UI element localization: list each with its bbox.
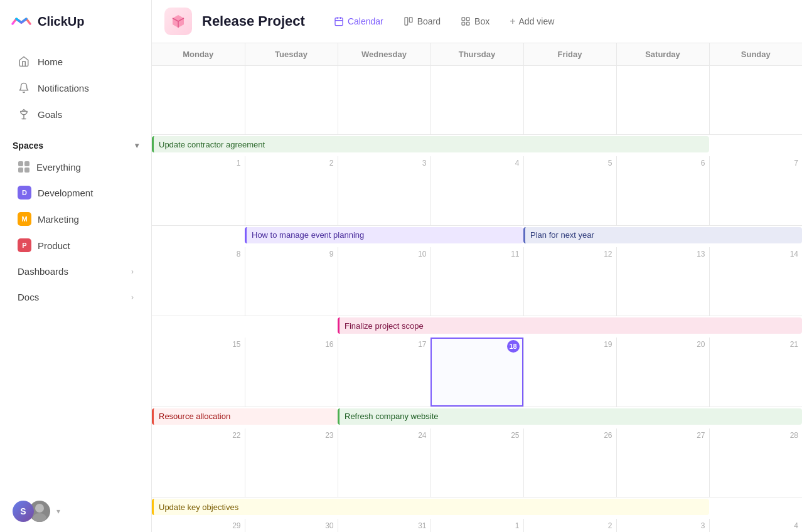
day-number-w2-d6: 14 <box>710 247 803 260</box>
sidebar-item-dashboards[interactable]: Dashboards › <box>5 260 146 283</box>
home-icon <box>18 55 30 68</box>
day-cell-w2-d1[interactable]: 9 <box>245 247 338 316</box>
day-header-friday: Friday <box>523 43 616 66</box>
spaces-chevron-icon[interactable]: ▾ <box>135 141 139 150</box>
day-cell-w0-d5[interactable] <box>616 66 709 135</box>
day-cell-w0-d6[interactable] <box>709 66 802 135</box>
day-cell-w4-d1[interactable]: 23 <box>245 428 338 497</box>
day-cell-w5-d3[interactable]: 1 <box>430 519 523 532</box>
day-number-w1-d1: 2 <box>245 156 338 169</box>
day-cell-w1-d5[interactable]: 6 <box>616 156 709 225</box>
event-bar-event-planning[interactable]: How to manage event planning <box>245 227 523 243</box>
day-cell-w3-d6[interactable]: 21 <box>709 338 802 407</box>
event-bar-resource-allocation[interactable]: Resource allocation <box>152 408 338 425</box>
event-bar-update-contractor[interactable]: Update contractor agreement <box>152 136 709 152</box>
day-cell-w3-d4[interactable]: 19 <box>523 338 616 407</box>
week-row-3: 15161718192021 <box>152 338 802 407</box>
svg-rect-11 <box>405 18 408 25</box>
day-cell-w0-d1[interactable] <box>245 66 338 135</box>
calendar-container: Monday Tuesday Wednesday Thursday Friday… <box>152 43 802 532</box>
svg-rect-7 <box>335 18 343 26</box>
day-cell-w4-d4[interactable]: 26 <box>523 428 616 497</box>
day-cell-w5-d4[interactable]: 2 <box>523 519 616 532</box>
day-cell-w4-d3[interactable]: 25 <box>430 428 523 497</box>
day-header-tuesday: Tuesday <box>245 43 338 66</box>
day-cell-w4-d2[interactable]: 24 <box>338 428 430 497</box>
day-cell-w3-d1[interactable]: 16 <box>245 338 338 407</box>
tab-calendar[interactable]: Calendar <box>325 12 392 31</box>
day-cell-w3-d5[interactable]: 20 <box>616 338 709 407</box>
event-row-3: Resource allocationRefresh company websi… <box>152 407 802 428</box>
day-cell-w3-d2[interactable]: 17 <box>338 338 430 407</box>
day-cell-w2-d4[interactable]: 12 <box>523 247 616 316</box>
day-cell-w0-d2[interactable] <box>338 66 430 135</box>
day-cell-w0-d4[interactable] <box>523 66 616 135</box>
day-cell-w2-d6[interactable]: 14 <box>709 247 802 316</box>
day-cell-w2-d0[interactable]: 8 <box>152 247 245 316</box>
event-bar-finalize-scope[interactable]: Finalize project scope <box>338 317 802 334</box>
add-view-button[interactable]: + Add view <box>501 11 563 31</box>
day-cell-w0-d0[interactable] <box>152 66 245 135</box>
sidebar-item-docs[interactable]: Docs › <box>5 285 146 309</box>
calendar-table: Monday Tuesday Wednesday Thursday Friday… <box>152 43 802 532</box>
day-cell-w3-d3[interactable]: 18 <box>430 338 523 407</box>
day-cell-w1-d2[interactable]: 3 <box>338 156 430 225</box>
day-number-w2-d4: 12 <box>524 247 616 260</box>
day-cell-w2-d3[interactable]: 11 <box>430 247 523 316</box>
day-header-thursday: Thursday <box>430 43 523 66</box>
day-cell-w1-d4[interactable]: 5 <box>523 156 616 225</box>
week-row-5: 2930311234 <box>152 519 802 532</box>
project-title: Release Project <box>202 13 305 29</box>
plus-icon: + <box>510 16 515 27</box>
svg-rect-13 <box>462 18 465 21</box>
day-cell-w2-d2[interactable]: 10 <box>338 247 430 316</box>
day-cell-w5-d1[interactable]: 30 <box>245 519 338 532</box>
day-cell-w5-d0[interactable]: 29 <box>152 519 245 532</box>
sidebar-item-marketing[interactable]: M Marketing <box>5 207 146 231</box>
svg-point-5 <box>35 504 44 513</box>
event-row-1: How to manage event planningPlan for nex… <box>152 225 802 247</box>
day-cell-w4-d0[interactable]: 22 <box>152 428 245 497</box>
project-box-icon <box>170 13 186 29</box>
sidebar-item-home-label: Home <box>38 56 63 67</box>
sidebar-item-everything[interactable]: Everything <box>5 156 146 178</box>
day-cell-w1-d3[interactable]: 4 <box>430 156 523 225</box>
day-cell-w2-d5[interactable]: 13 <box>616 247 709 316</box>
day-cell-w1-d6[interactable]: 7 <box>709 156 802 225</box>
day-number-w0-d6 <box>710 66 803 70</box>
day-cell-w5-d2[interactable]: 31 <box>338 519 430 532</box>
sidebar-item-product[interactable]: P Product <box>5 233 146 257</box>
day-number-w3-d5: 20 <box>617 338 709 350</box>
sidebar-item-development[interactable]: D Development <box>5 181 146 205</box>
event-bar-update-objectives[interactable]: Update key objectives <box>152 499 709 515</box>
sidebar-item-goals[interactable]: Goals <box>5 102 146 127</box>
sidebar-item-notifications[interactable]: Notifications <box>5 75 146 100</box>
day-cell-w5-d6[interactable]: 4 <box>709 519 802 532</box>
tab-board[interactable]: Board <box>395 12 449 31</box>
day-cell-w4-d6[interactable]: 28 <box>709 428 802 497</box>
day-cell-w1-d1[interactable]: 2 <box>245 156 338 225</box>
calendar-header-row: Monday Tuesday Wednesday Thursday Friday… <box>152 43 802 66</box>
sidebar-item-everything-label: Everything <box>36 162 81 173</box>
calendar-icon <box>334 16 344 26</box>
dashboards-chevron-icon: › <box>131 267 134 276</box>
sidebar-item-home[interactable]: Home <box>5 49 146 74</box>
day-number-w2-d3: 11 <box>431 247 523 260</box>
day-number-w5-d5: 3 <box>617 519 709 531</box>
day-number-w0-d2 <box>338 66 430 70</box>
day-cell-w1-d0[interactable]: 1 <box>152 156 245 225</box>
day-cell-w5-d5[interactable]: 3 <box>616 519 709 532</box>
event-bar-refresh-website[interactable]: Refresh company website <box>338 408 802 425</box>
tab-box[interactable]: Box <box>452 12 498 31</box>
docs-chevron-icon: › <box>131 293 134 302</box>
day-cell-w3-d0[interactable]: 15 <box>152 338 245 407</box>
day-cell-w0-d3[interactable] <box>430 66 523 135</box>
svg-rect-1 <box>18 161 23 166</box>
day-number-w1-d5: 6 <box>617 156 709 169</box>
board-icon <box>404 16 414 26</box>
day-number-w0-d1 <box>245 66 338 70</box>
day-cell-w4-d5[interactable]: 27 <box>616 428 709 497</box>
user-menu-chevron[interactable]: ▾ <box>56 507 60 516</box>
event-bar-plan-next-year[interactable]: Plan for next year <box>523 227 802 243</box>
day-header-saturday: Saturday <box>616 43 709 66</box>
